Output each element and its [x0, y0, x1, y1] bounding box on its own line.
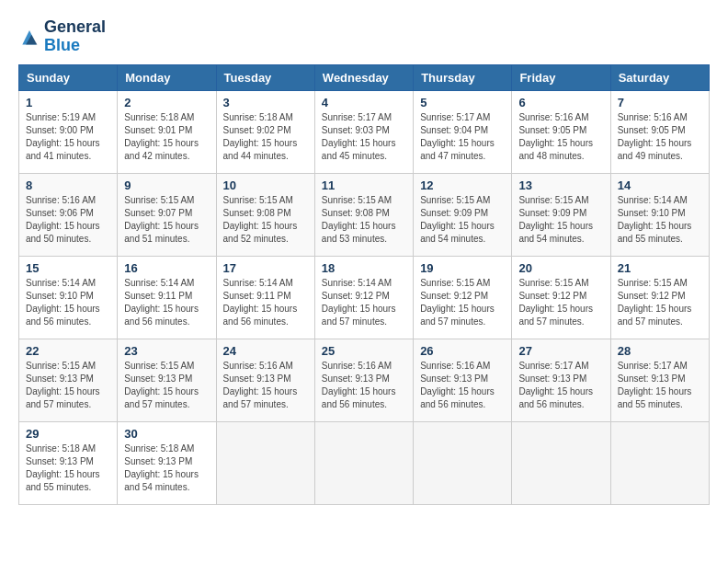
- calendar-cell: 26Sunrise: 5:16 AM Sunset: 9:13 PM Dayli…: [414, 339, 512, 421]
- day-number: 27: [518, 344, 603, 358]
- day-number: 7: [618, 96, 702, 109]
- day-info: Sunrise: 5:17 AM Sunset: 9:04 PM Dayligh…: [420, 111, 505, 163]
- day-info: Sunrise: 5:15 AM Sunset: 9:13 PM Dayligh…: [124, 360, 209, 411]
- calendar-cell: 1Sunrise: 5:19 AM Sunset: 9:00 PM Daylig…: [19, 90, 118, 173]
- day-number: 18: [322, 261, 406, 275]
- calendar-cell: [414, 421, 512, 504]
- day-info: Sunrise: 5:14 AM Sunset: 9:12 PM Dayligh…: [322, 277, 406, 328]
- day-number: 24: [223, 344, 308, 358]
- day-info: Sunrise: 5:19 AM Sunset: 9:00 PM Dayligh…: [26, 111, 110, 163]
- calendar-cell: 18Sunrise: 5:14 AM Sunset: 9:12 PM Dayli…: [314, 256, 413, 339]
- day-info: Sunrise: 5:18 AM Sunset: 9:13 PM Dayligh…: [26, 442, 110, 494]
- calendar-cell: 30Sunrise: 5:18 AM Sunset: 9:13 PM Dayli…: [118, 421, 216, 504]
- weekday-header: Wednesday: [314, 64, 413, 90]
- calendar-cell: 5Sunrise: 5:17 AM Sunset: 9:04 PM Daylig…: [414, 90, 512, 173]
- day-info: Sunrise: 5:17 AM Sunset: 9:13 PM Dayligh…: [618, 360, 702, 411]
- day-info: Sunrise: 5:16 AM Sunset: 9:05 PM Dayligh…: [518, 111, 603, 163]
- day-number: 21: [618, 261, 702, 275]
- page-header: General Blue: [18, 18, 710, 55]
- day-number: 13: [518, 178, 603, 192]
- day-info: Sunrise: 5:18 AM Sunset: 9:01 PM Dayligh…: [124, 111, 209, 163]
- calendar-cell: 14Sunrise: 5:14 AM Sunset: 9:10 PM Dayli…: [610, 173, 709, 256]
- calendar-cell: 24Sunrise: 5:16 AM Sunset: 9:13 PM Dayli…: [216, 339, 314, 421]
- day-number: 11: [322, 178, 406, 192]
- calendar-body: 1Sunrise: 5:19 AM Sunset: 9:00 PM Daylig…: [19, 90, 710, 504]
- day-number: 30: [124, 427, 209, 441]
- calendar-cell: 9Sunrise: 5:15 AM Sunset: 9:07 PM Daylig…: [118, 173, 216, 256]
- day-number: 22: [26, 344, 110, 358]
- weekday-header: Friday: [512, 64, 610, 90]
- calendar-cell: 19Sunrise: 5:15 AM Sunset: 9:12 PM Dayli…: [414, 256, 512, 339]
- calendar-cell: 21Sunrise: 5:15 AM Sunset: 9:12 PM Dayli…: [610, 256, 709, 339]
- day-number: 2: [124, 96, 209, 109]
- calendar-cell: 2Sunrise: 5:18 AM Sunset: 9:01 PM Daylig…: [118, 90, 216, 173]
- day-number: 8: [26, 178, 110, 192]
- calendar-cell: 20Sunrise: 5:15 AM Sunset: 9:12 PM Dayli…: [512, 256, 610, 339]
- day-info: Sunrise: 5:16 AM Sunset: 9:13 PM Dayligh…: [322, 360, 406, 411]
- calendar-cell: [512, 421, 610, 504]
- calendar-cell: 29Sunrise: 5:18 AM Sunset: 9:13 PM Dayli…: [19, 421, 118, 504]
- day-info: Sunrise: 5:18 AM Sunset: 9:13 PM Dayligh…: [124, 442, 209, 494]
- calendar-header: SundayMondayTuesdayWednesdayThursdayFrid…: [19, 64, 710, 90]
- calendar-cell: 27Sunrise: 5:17 AM Sunset: 9:13 PM Dayli…: [512, 339, 610, 421]
- calendar-cell: 11Sunrise: 5:15 AM Sunset: 9:08 PM Dayli…: [314, 173, 413, 256]
- day-info: Sunrise: 5:15 AM Sunset: 9:12 PM Dayligh…: [618, 277, 702, 328]
- day-number: 23: [124, 344, 209, 358]
- calendar-week-row: 15Sunrise: 5:14 AM Sunset: 9:10 PM Dayli…: [19, 256, 710, 339]
- calendar-cell: 17Sunrise: 5:14 AM Sunset: 9:11 PM Dayli…: [216, 256, 314, 339]
- day-number: 3: [223, 96, 308, 109]
- day-number: 26: [420, 344, 505, 358]
- calendar-cell: 8Sunrise: 5:16 AM Sunset: 9:06 PM Daylig…: [19, 173, 118, 256]
- day-info: Sunrise: 5:17 AM Sunset: 9:13 PM Dayligh…: [518, 360, 603, 411]
- calendar-table: SundayMondayTuesdayWednesdayThursdayFrid…: [18, 64, 710, 505]
- day-number: 14: [618, 178, 702, 192]
- logo-icon: [18, 28, 40, 46]
- calendar-cell: 3Sunrise: 5:18 AM Sunset: 9:02 PM Daylig…: [216, 90, 314, 173]
- day-info: Sunrise: 5:16 AM Sunset: 9:13 PM Dayligh…: [420, 360, 505, 411]
- weekday-header: Tuesday: [216, 64, 314, 90]
- day-info: Sunrise: 5:15 AM Sunset: 9:12 PM Dayligh…: [420, 277, 505, 328]
- day-info: Sunrise: 5:15 AM Sunset: 9:07 PM Dayligh…: [124, 194, 209, 246]
- calendar-cell: 13Sunrise: 5:15 AM Sunset: 9:09 PM Dayli…: [512, 173, 610, 256]
- calendar-cell: 22Sunrise: 5:15 AM Sunset: 9:13 PM Dayli…: [19, 339, 118, 421]
- day-info: Sunrise: 5:14 AM Sunset: 9:11 PM Dayligh…: [223, 277, 308, 328]
- day-info: Sunrise: 5:15 AM Sunset: 9:08 PM Dayligh…: [322, 194, 406, 246]
- calendar-cell: 6Sunrise: 5:16 AM Sunset: 9:05 PM Daylig…: [512, 90, 610, 173]
- day-info: Sunrise: 5:15 AM Sunset: 9:09 PM Dayligh…: [518, 194, 603, 246]
- calendar-cell: 23Sunrise: 5:15 AM Sunset: 9:13 PM Dayli…: [118, 339, 216, 421]
- weekday-header: Saturday: [610, 64, 709, 90]
- calendar-cell: [314, 421, 413, 504]
- day-number: 29: [26, 427, 110, 441]
- day-number: 10: [223, 178, 308, 192]
- day-number: 5: [420, 96, 505, 109]
- calendar-cell: 15Sunrise: 5:14 AM Sunset: 9:10 PM Dayli…: [19, 256, 118, 339]
- weekday-header-row: SundayMondayTuesdayWednesdayThursdayFrid…: [19, 64, 710, 90]
- calendar-cell: 10Sunrise: 5:15 AM Sunset: 9:08 PM Dayli…: [216, 173, 314, 256]
- day-info: Sunrise: 5:17 AM Sunset: 9:03 PM Dayligh…: [322, 111, 406, 163]
- logo: General Blue: [18, 18, 106, 55]
- day-info: Sunrise: 5:14 AM Sunset: 9:10 PM Dayligh…: [618, 194, 702, 246]
- day-info: Sunrise: 5:14 AM Sunset: 9:10 PM Dayligh…: [26, 277, 110, 328]
- day-number: 20: [518, 261, 603, 275]
- day-number: 4: [322, 96, 406, 109]
- day-number: 12: [420, 178, 505, 192]
- day-info: Sunrise: 5:16 AM Sunset: 9:05 PM Dayligh…: [618, 111, 702, 163]
- day-number: 15: [26, 261, 110, 275]
- day-info: Sunrise: 5:15 AM Sunset: 9:08 PM Dayligh…: [223, 194, 308, 246]
- calendar-cell: 12Sunrise: 5:15 AM Sunset: 9:09 PM Dayli…: [414, 173, 512, 256]
- calendar-cell: [216, 421, 314, 504]
- day-info: Sunrise: 5:15 AM Sunset: 9:13 PM Dayligh…: [26, 360, 110, 411]
- calendar-cell: 28Sunrise: 5:17 AM Sunset: 9:13 PM Dayli…: [610, 339, 709, 421]
- calendar-cell: 7Sunrise: 5:16 AM Sunset: 9:05 PM Daylig…: [610, 90, 709, 173]
- day-number: 19: [420, 261, 505, 275]
- day-number: 25: [322, 344, 406, 358]
- day-number: 16: [124, 261, 209, 275]
- day-number: 1: [26, 96, 110, 109]
- day-info: Sunrise: 5:18 AM Sunset: 9:02 PM Dayligh…: [223, 111, 308, 163]
- day-info: Sunrise: 5:15 AM Sunset: 9:12 PM Dayligh…: [518, 277, 603, 328]
- day-info: Sunrise: 5:16 AM Sunset: 9:13 PM Dayligh…: [223, 360, 308, 411]
- day-number: 9: [124, 178, 209, 192]
- calendar-cell: 4Sunrise: 5:17 AM Sunset: 9:03 PM Daylig…: [314, 90, 413, 173]
- calendar-week-row: 29Sunrise: 5:18 AM Sunset: 9:13 PM Dayli…: [19, 421, 710, 504]
- calendar-week-row: 8Sunrise: 5:16 AM Sunset: 9:06 PM Daylig…: [19, 173, 710, 256]
